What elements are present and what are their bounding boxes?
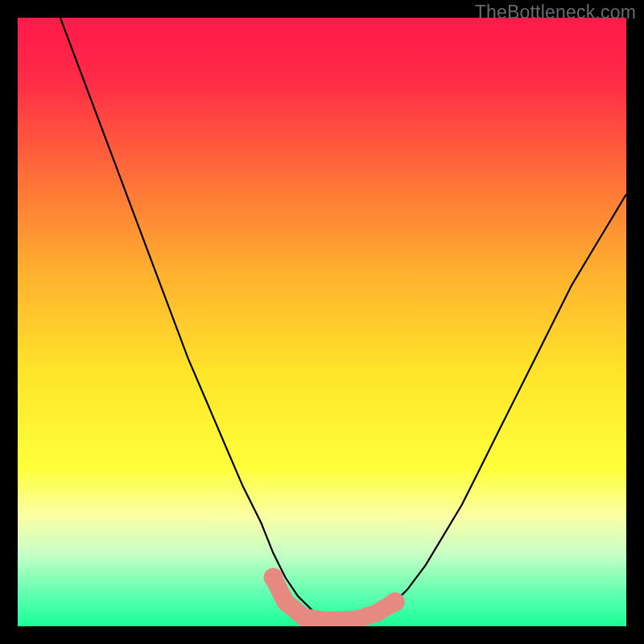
chart-svg <box>18 18 626 626</box>
chart-frame: TheBottleneck.com <box>0 0 644 644</box>
highlight-end <box>386 592 405 612</box>
watermark-text: TheBottleneck.com <box>475 2 636 23</box>
gradient-bg <box>18 18 626 626</box>
plot-area <box>18 18 626 626</box>
highlight-end <box>264 568 283 588</box>
